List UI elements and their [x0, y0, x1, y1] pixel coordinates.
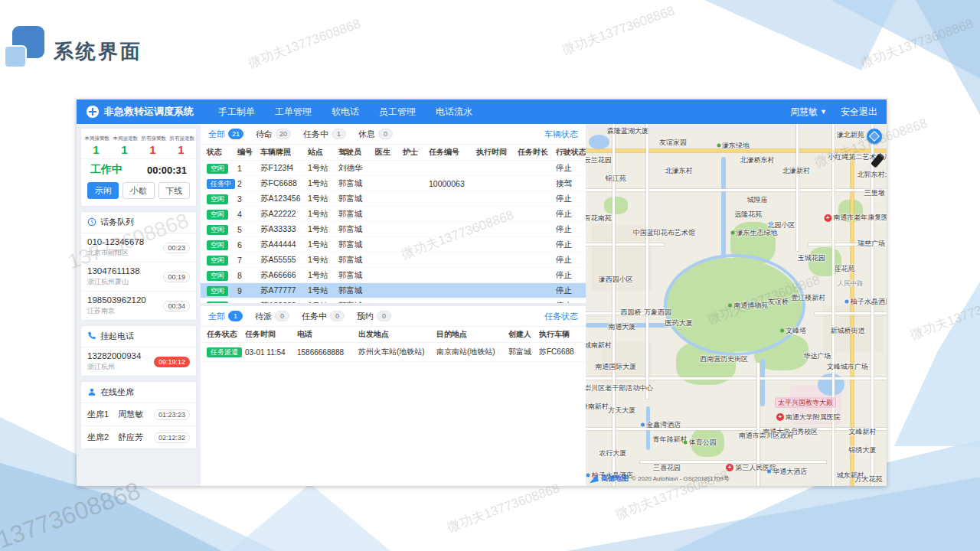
poi-label: 崇川区老干部活动中心: [586, 385, 653, 392]
map-poi[interactable]: 友谊桥: [768, 298, 789, 305]
vehicle-cell: 2: [236, 179, 259, 188]
map-poi[interactable]: 濠东绿地: [717, 142, 750, 149]
map-poi[interactable]: 南通大厦: [608, 323, 635, 330]
vehicle-filter-tab[interactable]: 待命20: [256, 129, 291, 140]
vehicle-row[interactable]: 空闲4苏A222221号站郭富城停止: [201, 207, 586, 222]
vehicle-row[interactable]: 任务中2苏FC66881号站郭富城10000063接驾: [201, 176, 586, 191]
task-filter-tab[interactable]: 预约0: [357, 311, 391, 322]
vehicle-cell: 停止: [554, 255, 586, 266]
map-poi[interactable]: 锦江苑: [606, 174, 626, 181]
vehicle-filter-tab[interactable]: 任务中1: [303, 129, 346, 140]
nav-menu-item[interactable]: 软电话: [332, 106, 359, 119]
map-poi[interactable]: 华达广场: [804, 352, 831, 359]
user-menu[interactable]: 周慧敏 ▼: [790, 106, 827, 119]
map-poi[interactable]: 西南营历史街区: [700, 356, 748, 363]
map-poi[interactable]: 濠西园小区: [599, 276, 633, 283]
map-poi[interactable]: 青年路新村: [653, 435, 688, 442]
map-poi[interactable]: 北濠桥东村: [740, 157, 775, 164]
nav-menu-item[interactable]: 员工管理: [379, 106, 416, 119]
map-poi[interactable]: 太平兴国教寺大殿: [775, 398, 836, 408]
map-poi[interactable]: 濠北新苑: [837, 132, 864, 139]
map-poi[interactable]: 南通博物苑: [728, 302, 768, 308]
map-poi[interactable]: 方天大厦: [608, 406, 635, 413]
map-poi[interactable]: 濠南新村: [586, 403, 609, 409]
map-poi[interactable]: +南通市老年康复医院: [824, 214, 887, 222]
map-poi[interactable]: 人民中路: [838, 280, 864, 287]
map-poi[interactable]: 柚子水晶酒店: [845, 298, 887, 305]
nav-menu-item[interactable]: 手工制单: [218, 106, 255, 119]
map-poi[interactable]: 三里墩: [864, 189, 885, 196]
map-poi[interactable]: 北园小区: [767, 222, 795, 229]
task-filter-tab[interactable]: 任务中0: [302, 311, 345, 322]
call-list-item[interactable]: 13047611138浙江杭州萧山00:19: [81, 262, 196, 292]
vehicle-row[interactable]: 空闲5苏A333331号站郭富城停止: [201, 222, 586, 237]
vehicle-row[interactable]: 空闲6苏A444441号站郭富城停止: [201, 237, 586, 253]
vehicle-row[interactable]: 空闲8苏A666661号站郭富城停止: [201, 268, 586, 283]
task-row[interactable]: 任务派遣03-01 11:5415866668888苏州火车站(地铁站)南京南站…: [201, 343, 586, 362]
task-status-link[interactable]: 任务状态: [544, 311, 578, 322]
call-list-item[interactable]: 010-12345678北京市朝阳区00:23: [81, 233, 196, 262]
map-poi[interactable]: 濠东生态绿地: [731, 229, 778, 236]
map-poi[interactable]: 中国蓝印花布艺术馆: [633, 229, 695, 236]
map-poi[interactable]: 三喜花园: [653, 465, 681, 471]
map-poi[interactable]: 北濠东村: [665, 168, 693, 174]
map-poi[interactable]: 崇川区老干部活动中心: [586, 385, 653, 392]
map-layers-button[interactable]: [867, 129, 882, 144]
map-poi[interactable]: 南通国际大厦: [595, 363, 636, 370]
map-poi[interactable]: 方大花苑: [854, 475, 882, 482]
task-filter-tab[interactable]: 全部1: [208, 311, 243, 322]
map-poi[interactable]: 文峰城市广场: [827, 363, 868, 370]
call-list-item[interactable]: 13282000934浙江杭州09:19:12: [81, 347, 196, 376]
column-header: 目的地点: [435, 329, 507, 340]
map-poi[interactable]: 文峰新村: [849, 429, 877, 435]
map-poi[interactable]: 森隆蓝湖大厦: [607, 128, 648, 135]
map-poi[interactable]: 体育公园: [684, 439, 717, 446]
call-list-item[interactable]: 198503962120江苏南京00:34: [81, 292, 196, 320]
map-poi[interactable]: 西园桥: [620, 308, 641, 315]
map-poi[interactable]: 远隆花苑: [734, 211, 762, 218]
navbar-menu: 手工制单工单管理软电话员工管理电话流水: [218, 106, 472, 119]
map-poi[interactable]: 云兰花园: [586, 157, 612, 164]
map-poi[interactable]: 城隍庙: [747, 197, 768, 204]
agent-item[interactable]: 坐席1周慧敏01:23:23: [81, 403, 196, 426]
map-poi[interactable]: 北濠新村: [782, 168, 810, 174]
map-poi[interactable]: 百花南苑: [586, 214, 612, 221]
map-poi[interactable]: 友谊家园: [659, 139, 687, 145]
map-poi[interactable]: 文峰塔: [780, 327, 806, 334]
map-poi[interactable]: 北郭东村北: [858, 171, 887, 178]
map-poi[interactable]: 壹江楼新村: [791, 295, 825, 302]
map-poi[interactable]: +南通大学附属医院: [776, 413, 841, 421]
vehicle-cell: 10000063: [427, 179, 475, 188]
map-poi[interactable]: 莲花苑: [834, 266, 854, 272]
vehicle-row[interactable]: 空闲1苏F123f41号站刘德华停止: [201, 161, 586, 176]
status-button[interactable]: 小歇: [122, 182, 154, 199]
nav-menu-item[interactable]: 工单管理: [275, 106, 312, 119]
task-filter-tab[interactable]: 待派0: [255, 311, 289, 322]
vehicle-status-link[interactable]: 车辆状态: [544, 129, 578, 140]
map-poi[interactable]: 城南新村: [586, 341, 612, 348]
vehicle-row[interactable]: 空闲7苏A555551号站郭富城停止: [201, 253, 586, 268]
map-poi[interactable]: 华通大酒店: [767, 468, 807, 475]
vehicle-row[interactable]: 空闲10苏A888881号站郭富城停止: [201, 298, 586, 303]
map-poi[interactable]: 医药大厦: [665, 320, 693, 327]
map-poi[interactable]: 玉城花园: [798, 255, 825, 262]
map[interactable]: 森隆蓝湖大厦友谊家园濠东绿地濠北新苑云兰花园锦江苑北濠东村北濠桥东村北濠新村小红…: [586, 124, 887, 486]
agent-item[interactable]: 坐席2舒应芳02:12:32: [81, 426, 196, 448]
map-poi[interactable]: 金鑫湾酒店: [641, 421, 681, 428]
vehicle-filter-tab[interactable]: 休息0: [358, 129, 393, 140]
map-poi[interactable]: 瑞慈广场: [858, 240, 885, 247]
column-header: 电话: [296, 329, 357, 340]
vehicle-status-badge: 空闲: [207, 271, 228, 281]
logout-link[interactable]: 安全退出: [841, 106, 877, 119]
map-poi[interactable]: 锦绣大厦: [849, 446, 877, 453]
vehicle-row[interactable]: 空闲9苏A777771号站郭富城停止: [201, 283, 586, 298]
map-poi[interactable]: 新城桥街道: [830, 327, 864, 334]
status-button[interactable]: 示闲: [87, 182, 119, 199]
status-button[interactable]: 下线: [158, 182, 190, 199]
nav-menu-item[interactable]: 电话流水: [436, 106, 472, 119]
vehicle-row[interactable]: 空闲3苏A1234561号站郭富城停止: [201, 191, 586, 207]
map-poi[interactable]: 农行大厦: [599, 450, 626, 457]
map-poi[interactable]: 南通市崇川区政府: [739, 432, 794, 439]
vehicle-filter-tab[interactable]: 全部21: [208, 129, 243, 140]
map-poi[interactable]: 万象西园: [644, 308, 671, 315]
